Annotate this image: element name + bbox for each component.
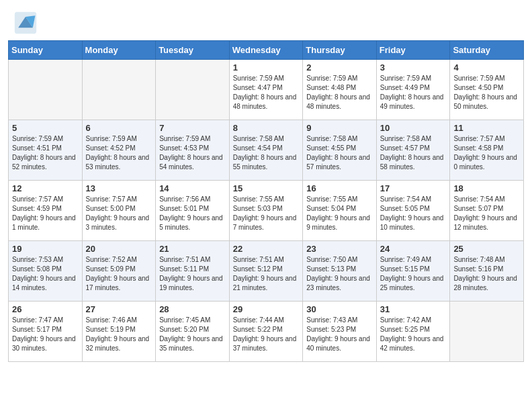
day-info: Sunrise: 7:42 AMSunset: 5:25 PMDaylight:… <box>380 316 447 353</box>
calendar-day-cell: 29Sunrise: 7:44 AMSunset: 5:22 PMDayligh… <box>229 302 303 362</box>
calendar-day-cell: 14Sunrise: 7:56 AMSunset: 5:01 PMDayligh… <box>156 181 230 241</box>
day-info: Sunrise: 7:53 AMSunset: 5:08 PMDaylight:… <box>12 255 79 293</box>
day-info: Sunrise: 7:55 AMSunset: 5:03 PMDaylight:… <box>233 195 300 232</box>
calendar-day-cell: 18Sunrise: 7:54 AMSunset: 5:07 PMDayligh… <box>450 181 524 241</box>
calendar-day-cell: 28Sunrise: 7:45 AMSunset: 5:20 PMDayligh… <box>156 302 230 362</box>
calendar-week-row: 19Sunrise: 7:53 AMSunset: 5:08 PMDayligh… <box>9 241 524 302</box>
day-number: 2 <box>306 62 373 73</box>
calendar-day-cell <box>82 60 156 120</box>
day-number: 3 <box>380 62 447 73</box>
day-info: Sunrise: 7:55 AMSunset: 5:04 PMDaylight:… <box>306 195 373 232</box>
day-info: Sunrise: 7:59 AMSunset: 4:52 PMDaylight:… <box>86 134 152 172</box>
day-number: 28 <box>159 304 226 314</box>
weekday-header-wednesday: Wednesday <box>229 41 303 60</box>
day-number: 25 <box>453 244 520 254</box>
day-info: Sunrise: 7:57 AMSunset: 5:00 PMDaylight:… <box>86 195 152 232</box>
day-info: Sunrise: 7:59 AMSunset: 4:51 PMDaylight:… <box>12 134 79 172</box>
weekday-header-thursday: Thursday <box>303 41 377 60</box>
calendar-day-cell: 12Sunrise: 7:57 AMSunset: 4:59 PMDayligh… <box>9 181 83 241</box>
day-info: Sunrise: 7:59 AMSunset: 4:53 PMDaylight:… <box>159 134 226 172</box>
calendar-day-cell: 22Sunrise: 7:51 AMSunset: 5:12 PMDayligh… <box>229 241 303 302</box>
day-number: 22 <box>233 244 300 254</box>
calendar-day-cell: 16Sunrise: 7:55 AMSunset: 5:04 PMDayligh… <box>303 181 377 241</box>
calendar-day-cell: 6Sunrise: 7:59 AMSunset: 4:52 PMDaylight… <box>82 120 156 181</box>
calendar-day-cell: 30Sunrise: 7:43 AMSunset: 5:23 PMDayligh… <box>303 302 377 362</box>
calendar-day-cell: 9Sunrise: 7:58 AMSunset: 4:55 PMDaylight… <box>303 120 377 181</box>
day-number: 21 <box>159 244 226 254</box>
day-number: 24 <box>380 244 447 254</box>
calendar-day-cell: 10Sunrise: 7:58 AMSunset: 4:57 PMDayligh… <box>376 120 450 181</box>
day-info: Sunrise: 7:58 AMSunset: 4:55 PMDaylight:… <box>306 134 373 172</box>
day-info: Sunrise: 7:58 AMSunset: 4:54 PMDaylight:… <box>233 134 300 172</box>
calendar-day-cell: 17Sunrise: 7:54 AMSunset: 5:05 PMDayligh… <box>376 181 450 241</box>
day-number: 26 <box>12 304 79 314</box>
page-header <box>0 0 532 40</box>
day-number: 7 <box>159 123 226 133</box>
calendar-day-cell: 20Sunrise: 7:52 AMSunset: 5:09 PMDayligh… <box>82 241 156 302</box>
day-number: 13 <box>86 183 152 193</box>
calendar-day-cell: 24Sunrise: 7:49 AMSunset: 5:15 PMDayligh… <box>376 241 450 302</box>
day-number: 15 <box>233 183 300 193</box>
calendar-day-cell: 19Sunrise: 7:53 AMSunset: 5:08 PMDayligh… <box>9 241 83 302</box>
weekday-header-friday: Friday <box>376 41 450 60</box>
day-info: Sunrise: 7:54 AMSunset: 5:07 PMDaylight:… <box>453 195 520 232</box>
calendar-day-cell: 23Sunrise: 7:50 AMSunset: 5:13 PMDayligh… <box>303 241 377 302</box>
day-number: 31 <box>380 304 447 314</box>
calendar-day-cell: 13Sunrise: 7:57 AMSunset: 5:00 PMDayligh… <box>82 181 156 241</box>
weekday-header-saturday: Saturday <box>450 41 524 60</box>
calendar-day-cell <box>156 60 230 120</box>
calendar-table: SundayMondayTuesdayWednesdayThursdayFrid… <box>8 40 524 362</box>
day-number: 11 <box>453 123 520 133</box>
day-number: 17 <box>380 183 447 193</box>
day-info: Sunrise: 7:57 AMSunset: 4:58 PMDaylight:… <box>453 134 520 172</box>
day-number: 5 <box>12 123 79 133</box>
calendar-day-cell: 26Sunrise: 7:47 AMSunset: 5:17 PMDayligh… <box>9 302 83 362</box>
day-info: Sunrise: 7:56 AMSunset: 5:01 PMDaylight:… <box>159 195 226 232</box>
calendar-day-cell: 5Sunrise: 7:59 AMSunset: 4:51 PMDaylight… <box>9 120 83 181</box>
day-number: 9 <box>306 123 373 133</box>
day-info: Sunrise: 7:59 AMSunset: 4:48 PMDaylight:… <box>306 74 373 111</box>
calendar-day-cell: 7Sunrise: 7:59 AMSunset: 4:53 PMDaylight… <box>156 120 230 181</box>
day-info: Sunrise: 7:51 AMSunset: 5:12 PMDaylight:… <box>233 255 300 293</box>
day-number: 30 <box>306 304 373 314</box>
calendar-day-cell: 31Sunrise: 7:42 AMSunset: 5:25 PMDayligh… <box>376 302 450 362</box>
calendar-day-cell <box>450 302 524 362</box>
day-number: 18 <box>453 183 520 193</box>
calendar-day-cell: 21Sunrise: 7:51 AMSunset: 5:11 PMDayligh… <box>156 241 230 302</box>
day-number: 6 <box>86 123 152 133</box>
logo-icon <box>13 11 38 35</box>
day-number: 14 <box>159 183 226 193</box>
day-number: 4 <box>453 62 520 73</box>
weekday-header-monday: Monday <box>82 41 156 60</box>
day-info: Sunrise: 7:54 AMSunset: 5:05 PMDaylight:… <box>380 195 447 232</box>
day-number: 16 <box>306 183 373 193</box>
calendar-day-cell: 8Sunrise: 7:58 AMSunset: 4:54 PMDaylight… <box>229 120 303 181</box>
weekday-header-row: SundayMondayTuesdayWednesdayThursdayFrid… <box>9 41 524 60</box>
day-info: Sunrise: 7:49 AMSunset: 5:15 PMDaylight:… <box>380 255 447 293</box>
day-info: Sunrise: 7:46 AMSunset: 5:19 PMDaylight:… <box>86 316 152 353</box>
day-info: Sunrise: 7:45 AMSunset: 5:20 PMDaylight:… <box>159 316 226 353</box>
day-number: 1 <box>233 62 300 73</box>
calendar-day-cell: 3Sunrise: 7:59 AMSunset: 4:49 PMDaylight… <box>376 60 450 120</box>
day-number: 19 <box>12 244 79 254</box>
logo <box>13 11 40 35</box>
weekday-header-sunday: Sunday <box>9 41 83 60</box>
weekday-header-tuesday: Tuesday <box>156 41 230 60</box>
day-number: 27 <box>86 304 152 314</box>
calendar-day-cell: 2Sunrise: 7:59 AMSunset: 4:48 PMDaylight… <box>303 60 377 120</box>
calendar-week-row: 5Sunrise: 7:59 AMSunset: 4:51 PMDaylight… <box>9 120 524 181</box>
day-info: Sunrise: 7:59 AMSunset: 4:47 PMDaylight:… <box>233 74 300 111</box>
day-number: 29 <box>233 304 300 314</box>
calendar-day-cell: 11Sunrise: 7:57 AMSunset: 4:58 PMDayligh… <box>450 120 524 181</box>
day-info: Sunrise: 7:51 AMSunset: 5:11 PMDaylight:… <box>159 255 226 293</box>
calendar-week-row: 12Sunrise: 7:57 AMSunset: 4:59 PMDayligh… <box>9 181 524 241</box>
calendar-day-cell: 15Sunrise: 7:55 AMSunset: 5:03 PMDayligh… <box>229 181 303 241</box>
day-info: Sunrise: 7:44 AMSunset: 5:22 PMDaylight:… <box>233 316 300 353</box>
day-info: Sunrise: 7:59 AMSunset: 4:50 PMDaylight:… <box>453 74 520 111</box>
day-number: 23 <box>306 244 373 254</box>
calendar-day-cell: 27Sunrise: 7:46 AMSunset: 5:19 PMDayligh… <box>82 302 156 362</box>
calendar-day-cell: 25Sunrise: 7:48 AMSunset: 5:16 PMDayligh… <box>450 241 524 302</box>
day-number: 8 <box>233 123 300 133</box>
day-info: Sunrise: 7:48 AMSunset: 5:16 PMDaylight:… <box>453 255 520 293</box>
day-info: Sunrise: 7:50 AMSunset: 5:13 PMDaylight:… <box>306 255 373 293</box>
